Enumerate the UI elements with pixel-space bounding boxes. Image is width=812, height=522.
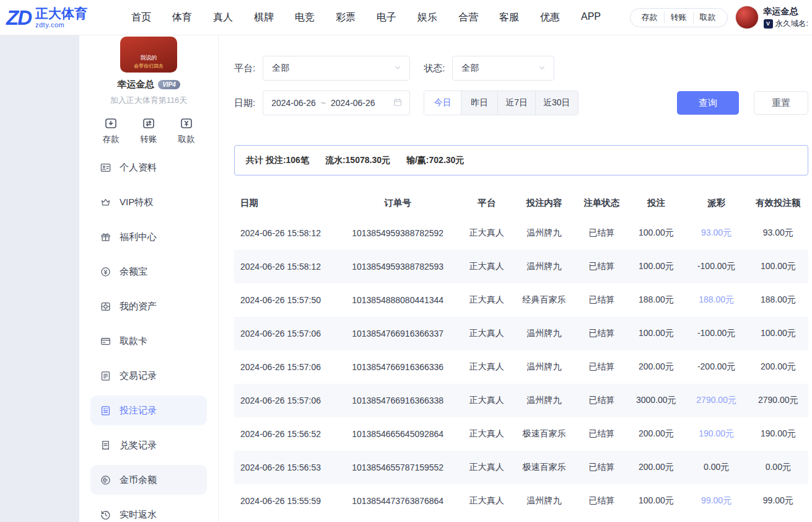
cell-r0-c5: 100.00元	[627, 216, 685, 250]
assets-icon	[100, 301, 111, 312]
cell-r6-c1: 1013854665645092864	[334, 417, 461, 451]
quick-action-withdraw[interactable]: 取款	[178, 116, 195, 145]
table-row-4: 2024-06-26 15:57:061013854766916366336正大…	[234, 350, 808, 384]
cell-r2-c3: 经典百家乐	[513, 283, 576, 317]
nav-item-3[interactable]: 棋牌	[254, 11, 274, 24]
range-button-3[interactable]: 近30日	[535, 91, 578, 115]
sidebar-item-rebate[interactable]: 实时返水	[90, 500, 207, 522]
summary-item: 流水:15078.30元	[325, 155, 390, 166]
gift-icon	[100, 231, 111, 243]
bet-records-table: 日期订单号平台投注内容注单状态投注派彩有效投注额 2024-06-26 15:5…	[234, 189, 808, 518]
cell-r1-c1: 1013854959388782593	[334, 250, 461, 283]
column-header-1: 订单号	[334, 189, 461, 216]
sidebar-item-profile[interactable]: 个人资料	[90, 153, 207, 182]
sidebar-item-transactions[interactable]: 交易记录	[90, 361, 207, 391]
chevron-wrap	[393, 63, 403, 74]
search-button[interactable]: 查询	[677, 91, 739, 115]
sidebar-item-yuebao[interactable]: 余额宝	[90, 257, 207, 286]
date-range-input[interactable]: 2024-06-26 ~ 2024-06-26	[263, 91, 410, 115]
cell-r5-c4: 已结算	[576, 384, 627, 417]
reset-button[interactable]: 重置	[754, 91, 808, 115]
nav-item-9[interactable]: 客服	[499, 11, 519, 24]
range-button-1[interactable]: 昨日	[461, 91, 497, 115]
profile-avatar[interactable]: 我说的 会带你们回去	[120, 37, 177, 73]
cell-r6-c2: 正大真人	[461, 417, 512, 451]
cell-r5-c3: 温州牌九	[513, 384, 576, 417]
sidebar-item-welfare[interactable]: 福利中心	[90, 222, 207, 252]
date-from-value: 2024-06-26	[271, 98, 316, 108]
profile-card: 我说的 会带你们回去 幸运金总 VIP4 加入正大体育第116天 存款转账取款	[79, 37, 218, 145]
user-name: 幸运金总	[764, 6, 808, 17]
status-select[interactable]: 全部	[452, 56, 554, 81]
quick-action-transfer[interactable]: 转账	[141, 116, 157, 145]
cell-r8-c6: 99.00元	[685, 484, 748, 518]
cell-r8-c2: 正大真人	[461, 484, 512, 518]
card-icon	[100, 335, 111, 347]
range-button-2[interactable]: 近7日	[497, 91, 535, 115]
cell-r2-c6: 188.00元	[685, 283, 748, 317]
sidebar-item-label: 实时返水	[120, 509, 157, 521]
nav-item-6[interactable]: 电子	[377, 11, 396, 24]
nav-item-0[interactable]: 首页	[131, 11, 151, 24]
wallet-actions-pill: 存款转账取款	[630, 8, 728, 27]
user-avatar[interactable]	[735, 6, 759, 29]
logo-subtitle: zdty.com	[35, 21, 87, 29]
nav-item-11[interactable]: APP	[581, 11, 601, 24]
sidebar-item-label: 交易记录	[120, 370, 157, 382]
wallet-deposit-button[interactable]: 存款	[635, 12, 664, 23]
sidebar-item-bet-records[interactable]: 投注记录	[90, 396, 207, 425]
column-header-7: 有效投注额	[748, 189, 808, 216]
cell-r8-c5: 100.00元	[627, 484, 685, 518]
nav-item-1[interactable]: 体育	[172, 11, 192, 24]
site-logo[interactable]: ZD 正大体育 zdty.com	[6, 6, 98, 28]
cell-r3-c4: 已结算	[576, 317, 627, 350]
top-header: ZD 正大体育 zdty.com 首页体育真人棋牌电竞彩票电子娱乐合营客服优惠A…	[0, 0, 812, 35]
platform-select[interactable]: 全部	[263, 56, 410, 81]
range-button-0[interactable]: 今日	[424, 91, 461, 115]
records-icon	[100, 370, 111, 382]
cell-r5-c2: 正大真人	[461, 384, 512, 417]
sidebar-item-gold-balance[interactable]: 金币余额	[90, 465, 207, 495]
cell-r5-c6: 2790.00元	[685, 384, 748, 417]
nav-item-5[interactable]: 彩票	[336, 11, 356, 24]
cell-r4-c1: 1013854766916366336	[334, 350, 461, 384]
sidebar-item-label: 个人资料	[120, 162, 157, 174]
nav-item-4[interactable]: 电竞	[295, 11, 315, 24]
deposit-icon	[103, 116, 118, 131]
cell-r8-c4: 已结算	[576, 484, 627, 518]
logo-title: 正大体育	[35, 6, 87, 20]
sidebar-item-assets[interactable]: 我的资产	[90, 291, 207, 321]
filter-row-platform-status: 平台: 全部 状态: 全部	[234, 56, 808, 81]
domain-row: V 永久域名:	[764, 19, 808, 29]
cell-r3-c6: -100.00元	[685, 317, 748, 350]
cell-r4-c0: 2024-06-26 15:57:06	[234, 350, 334, 384]
sidebar-item-vip[interactable]: VIP特权	[90, 187, 207, 217]
sidebar-item-withdraw-card[interactable]: 取款卡	[90, 326, 207, 356]
wallet-withdraw-button[interactable]: 取款	[693, 12, 722, 23]
nav-item-8[interactable]: 合营	[458, 11, 478, 24]
cell-r3-c0: 2024-06-26 15:57:06	[234, 317, 334, 350]
quick-action-deposit[interactable]: 存款	[103, 116, 120, 145]
cell-r6-c5: 200.00元	[627, 417, 685, 451]
nav-item-2[interactable]: 真人	[213, 11, 233, 24]
quick-action-label: 转账	[141, 134, 157, 145]
table-row-8: 2024-06-26 15:55:591013854473763876864正大…	[234, 484, 808, 518]
column-header-3: 投注内容	[513, 189, 576, 216]
cell-r6-c7: 190.00元	[748, 417, 808, 451]
cell-r8-c3: 温州牌九	[513, 484, 576, 518]
redeem-icon	[100, 440, 111, 451]
sidebar-item-redeem-records[interactable]: 兑奖记录	[90, 430, 207, 460]
nav-item-10[interactable]: 优惠	[540, 11, 560, 24]
cell-r0-c1: 1013854959388782592	[334, 216, 461, 250]
user-meta: 幸运金总 V 永久域名:	[764, 6, 808, 29]
domain-label: 永久域名:	[775, 19, 808, 29]
column-header-4: 注单状态	[576, 189, 627, 216]
table-row-7: 2024-06-26 15:56:531013854655787159552正大…	[234, 451, 808, 484]
cell-r5-c0: 2024-06-26 15:57:06	[234, 384, 334, 417]
cell-r1-c0: 2024-06-26 15:58:12	[234, 250, 334, 283]
wallet-transfer-button[interactable]: 转账	[664, 12, 693, 23]
nav-item-7[interactable]: 娱乐	[417, 11, 437, 24]
cell-r1-c3: 温州牌九	[513, 250, 576, 283]
left-strip	[0, 35, 79, 522]
cell-r4-c2: 正大真人	[461, 350, 512, 384]
